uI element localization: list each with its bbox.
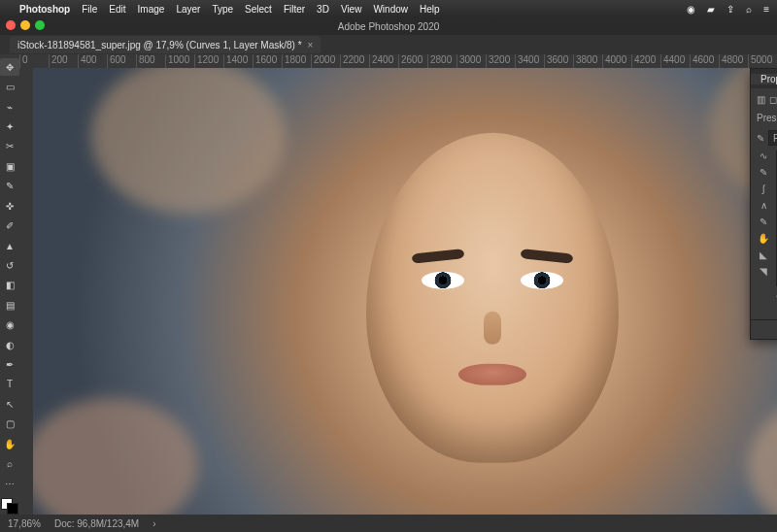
eraser-tool[interactable]: ◧ [0,277,19,294]
canvas-wrap: 0200400600800100012001400160018002000220… [19,54,777,515]
traffic-lights [6,20,45,30]
menu-icon[interactable]: ≡ [763,4,769,15]
document-tab-label: iStock-181894581_super.jpg @ 17,9% (Curv… [17,40,302,50]
menu-type[interactable]: Type [212,4,233,15]
document-image [33,68,777,515]
doc-size[interactable]: Doc: 96,8M/123,4M [54,518,139,529]
move-tool[interactable]: ✥ [0,58,19,76]
preset-label: Preset: [757,113,777,123]
marquee-tool[interactable]: ▭ [0,78,19,95]
more-tools[interactable]: ⋯ [0,475,19,492]
channel-dropdown[interactable]: RGB⌄ [768,130,777,146]
mac-menubar: Photoshop File Edit Image Layer Type Sel… [0,0,777,17]
crop-tool[interactable]: ✂ [0,138,19,155]
path-tool[interactable]: ↖ [0,395,19,413]
tab-properties[interactable]: Properties [751,74,777,84]
history-brush-tool[interactable]: ↺ [0,256,19,274]
chat-icon[interactable]: ▰ [707,4,715,15]
frame-tool[interactable]: ▣ [0,157,19,175]
pen-tool[interactable]: ✒ [0,355,19,373]
document-tab[interactable]: iStock-181894581_super.jpg @ 17,9% (Curv… [10,36,321,53]
zoom-level[interactable]: 17,86% [8,518,41,529]
wand-tool[interactable]: ✦ [0,117,19,135]
clip-black-icon[interactable]: ◣ [757,249,770,260]
workspace: ✥ ▭ ⌁ ✦ ✂ ▣ ✎ ✜ ✐ ▲ ↺ ◧ ▤ ◉ ◐ ✒ T ↖ ▢ ✋ … [0,54,777,515]
heal-tool[interactable]: ✜ [0,197,19,215]
share-icon[interactable]: ⇪ [726,4,734,15]
properties-tabs: Properties Info » ≡ [751,69,777,88]
zoom-window-button[interactable] [35,20,45,30]
smooth-tool[interactable]: ∫ [757,183,770,194]
menu-file[interactable]: File [82,4,97,15]
properties-panel[interactable]: Properties Info » ≡ ▥ ◻ Curves Preset: C… [750,68,777,340]
pencil-tool[interactable]: ✎ [757,167,770,178]
curve-tools: ∿ ✎ ∫ ∧ ✎ ✋ ◣ ◥ [757,150,770,286]
dodge-tool[interactable]: ◐ [0,336,19,353]
color-swatch[interactable] [1,498,18,515]
straight-tool[interactable]: ∧ [757,200,770,211]
type-tool[interactable]: T [0,376,19,393]
mask-icon[interactable]: ◻ [769,94,777,105]
zoom-tool[interactable]: ⌕ [0,454,19,472]
menu-layer[interactable]: Layer [176,4,200,15]
minimize-window-button[interactable] [20,20,30,30]
close-tab-icon[interactable]: × [308,40,314,50]
eyedropper-tool[interactable]: ✎ [0,178,19,195]
close-window-button[interactable] [6,20,16,30]
ruler-horizontal: 0200400600800100012001400160018002000220… [19,54,777,68]
menu-photoshop[interactable]: Photoshop [19,4,70,15]
properties-footer: ▣ ◉ ↺ ◑ 🗑 [751,319,777,339]
curves-adjustment-icon: ▥ [757,94,765,105]
sampler-icon[interactable]: ✎ [757,133,764,144]
statusbar: 17,86% Doc: 96,8M/123,4M › [0,515,777,532]
lasso-tool[interactable]: ⌁ [0,98,19,116]
hand-tool[interactable]: ✋ [0,435,19,452]
oncurve-tool[interactable]: ∿ [757,150,770,161]
edit-points-tool[interactable]: ✎ [757,216,770,227]
stamp-tool[interactable]: ▲ [0,237,19,254]
hand-tool-curve[interactable]: ✋ [757,233,770,244]
clip-white-icon[interactable]: ◥ [757,266,770,277]
canvas-area[interactable]: Properties Info » ≡ ▥ ◻ Curves Preset: C… [19,68,777,515]
search-icon[interactable]: ⌕ [746,4,752,15]
menu-select[interactable]: Select [245,4,272,15]
chevron-right-icon[interactable]: › [152,518,155,529]
blur-tool[interactable]: ◉ [0,316,19,333]
document-tabbar: iStock-181894581_super.jpg @ 17,9% (Curv… [0,35,777,54]
menu-help[interactable]: Help [420,4,440,15]
menu-3d[interactable]: 3D [317,4,329,15]
shape-tool[interactable]: ▢ [0,416,19,433]
toolbox: ✥ ▭ ⌁ ✦ ✂ ▣ ✎ ✜ ✐ ▲ ↺ ◧ ▤ ◉ ◐ ✒ T ↖ ▢ ✋ … [0,54,19,515]
menu-image[interactable]: Image [138,4,165,15]
menu-edit[interactable]: Edit [109,4,125,15]
window-titlebar: Adobe Photoshop 2020 [0,17,777,35]
menu-view[interactable]: View [341,4,362,15]
menu-filter[interactable]: Filter [284,4,305,15]
face-illustration [366,133,619,463]
brush-tool[interactable]: ✐ [0,216,19,234]
cloud-icon[interactable]: ◉ [687,4,695,15]
app-title: Adobe Photoshop 2020 [338,21,440,32]
gradient-tool[interactable]: ▤ [0,296,19,314]
menu-window[interactable]: Window [373,4,408,15]
ruler-vertical [19,68,33,515]
